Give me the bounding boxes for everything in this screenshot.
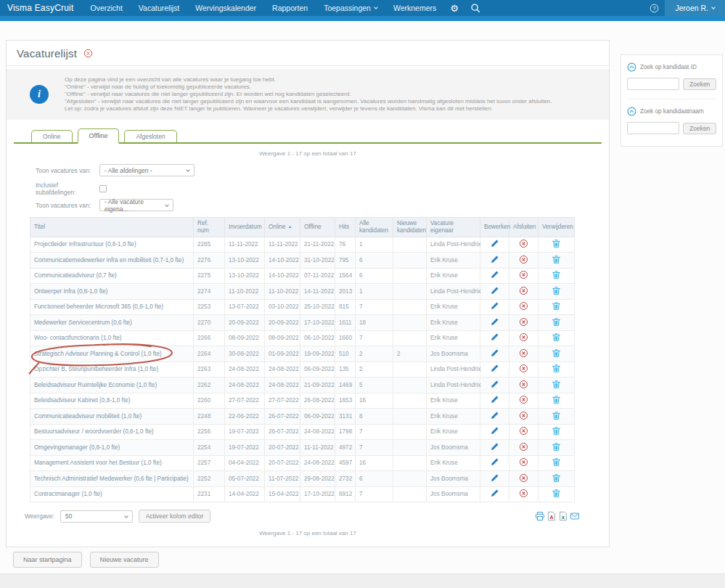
close-vacancy-icon[interactable] bbox=[519, 457, 528, 467]
vacancy-title-link[interactable]: Beleidsadviseur Kabinet (0,8-1,0 fte) bbox=[34, 397, 130, 404]
edit-pencil-icon[interactable] bbox=[490, 286, 499, 295]
vacancy-title-link[interactable]: Projectleider Infrastructuur (0,8-1,0 ft… bbox=[34, 241, 136, 248]
pdf-export-icon[interactable]: A bbox=[546, 511, 557, 521]
close-vacancy-icon[interactable] bbox=[519, 301, 528, 311]
edit-pencil-icon[interactable] bbox=[490, 380, 499, 389]
close-vacancy-icon[interactable] bbox=[519, 286, 528, 295]
vacancy-title-link[interactable]: Ontwerper Infra (0,8-1,0 fte) bbox=[34, 288, 107, 295]
tab-offline[interactable]: Offline bbox=[78, 128, 120, 144]
nav-item-overzicht[interactable]: Overzicht bbox=[82, 0, 130, 16]
brand-logo[interactable]: Visma EasyCruit bbox=[0, 0, 82, 16]
close-vacancy-icon[interactable] bbox=[519, 380, 528, 389]
delete-trash-icon[interactable] bbox=[552, 317, 561, 327]
close-page-icon[interactable] bbox=[83, 49, 93, 58]
col-header-hits[interactable]: Hits bbox=[335, 218, 356, 237]
delete-trash-icon[interactable] bbox=[552, 301, 561, 311]
close-vacancy-icon[interactable] bbox=[519, 332, 528, 342]
excel-export-icon[interactable]: x bbox=[558, 511, 568, 521]
edit-pencil-icon[interactable] bbox=[490, 426, 499, 436]
col-header-nieuwe-kandidaten[interactable]: Nieuwe kandidaten bbox=[393, 218, 427, 237]
settings-gear-icon[interactable]: ⚙ bbox=[444, 0, 464, 16]
vacancy-title-link[interactable]: Strategisch Adviseur Planning & Control … bbox=[34, 351, 162, 357]
col-header-alle-kandidaten[interactable]: Alle kandidaten bbox=[356, 218, 393, 237]
vacancy-title-link[interactable]: Communicatieadviseur mobiliteit (1,0 fte… bbox=[34, 413, 142, 420]
col-header-refnum[interactable]: Ref. num bbox=[194, 218, 225, 237]
close-vacancy-icon[interactable] bbox=[519, 442, 528, 452]
edit-pencil-icon[interactable] bbox=[490, 348, 499, 358]
edit-pencil-icon[interactable] bbox=[490, 442, 499, 452]
delete-trash-icon[interactable] bbox=[552, 270, 561, 279]
home-button[interactable]: Naar startpagina bbox=[13, 552, 82, 568]
vacancy-title-link[interactable]: Omgevingsmanager (0,8-1,0 fte) bbox=[34, 444, 120, 451]
col-header-vacature-eigenaar[interactable]: Vacature eigenaar bbox=[427, 218, 480, 237]
delete-trash-icon[interactable] bbox=[552, 286, 561, 295]
col-header-online[interactable]: Online▲ bbox=[265, 218, 300, 237]
print-icon[interactable] bbox=[535, 511, 545, 521]
tab-afgesloten[interactable]: Afgesloten bbox=[124, 130, 176, 142]
candidate-name-input[interactable] bbox=[627, 122, 679, 134]
include-subdepartments-checkbox[interactable] bbox=[99, 185, 107, 192]
delete-trash-icon[interactable] bbox=[552, 489, 561, 498]
close-vacancy-icon[interactable] bbox=[519, 411, 528, 420]
vacancy-title-link[interactable]: Beleidsadviseur Ruimtelijke Economie (1,… bbox=[34, 382, 157, 388]
collapse-toggle-icon[interactable] bbox=[627, 62, 636, 72]
col-header-offline[interactable]: Offline bbox=[300, 218, 335, 237]
collapse-toggle-icon[interactable] bbox=[627, 107, 636, 116]
vacancy-title-link[interactable]: Functioneel beheerder Microsoft 365 (0,8… bbox=[34, 303, 163, 310]
new-vacancy-button[interactable]: Nieuwe vacature bbox=[90, 552, 159, 568]
edit-pencil-icon[interactable] bbox=[490, 239, 499, 248]
col-header-titel[interactable]: Titel bbox=[30, 218, 194, 237]
delete-trash-icon[interactable] bbox=[552, 395, 561, 404]
delete-trash-icon[interactable] bbox=[552, 411, 561, 420]
close-vacancy-icon[interactable] bbox=[519, 364, 528, 373]
vacancy-title-link[interactable]: Woo- contactfunctionaris (1,0 fte) bbox=[34, 335, 121, 341]
delete-trash-icon[interactable] bbox=[552, 473, 561, 483]
candidate-id-search-button[interactable]: Zoeken bbox=[683, 78, 716, 90]
delete-trash-icon[interactable] bbox=[552, 332, 561, 342]
delete-trash-icon[interactable] bbox=[552, 380, 561, 389]
edit-pencil-icon[interactable] bbox=[490, 457, 499, 467]
vacancy-title-link[interactable]: Technisch Administratief Medewerker (0,6… bbox=[34, 475, 189, 482]
nav-item-toepassingen[interactable]: Toepassingen bbox=[316, 0, 385, 16]
user-menu[interactable]: Jeroen R. bbox=[665, 0, 725, 16]
candidate-name-search-button[interactable]: Zoeken bbox=[683, 123, 716, 134]
vacancy-title-link[interactable]: Bestuursadviseur / woordvoerder (0,6-1,0… bbox=[34, 428, 154, 435]
nav-item-rapporten[interactable]: Rapporten bbox=[264, 0, 316, 16]
edit-pencil-icon[interactable] bbox=[490, 364, 499, 373]
owner-select[interactable]: - Alle vacature eigena... bbox=[99, 199, 173, 211]
nav-item-vacaturelijst[interactable]: Vacaturelijst bbox=[131, 0, 187, 16]
nav-item-wervingskalender[interactable]: Wervingskalender bbox=[187, 0, 264, 16]
vacancy-title-link[interactable]: Medewerker Servicecentrum (0,6 fte) bbox=[34, 319, 132, 326]
edit-pencil-icon[interactable] bbox=[490, 255, 499, 264]
tab-online[interactable]: Online bbox=[31, 130, 73, 142]
edit-pencil-icon[interactable] bbox=[490, 489, 499, 498]
close-vacancy-icon[interactable] bbox=[519, 239, 528, 248]
help-icon[interactable]: ? bbox=[644, 0, 665, 16]
delete-trash-icon[interactable] bbox=[552, 364, 561, 373]
vacancy-title-link[interactable]: Communicatieadviseur (0,7 fte) bbox=[34, 272, 117, 279]
department-select[interactable]: - Alle afdelingen - bbox=[99, 164, 194, 176]
close-vacancy-icon[interactable] bbox=[519, 395, 528, 404]
edit-pencil-icon[interactable] bbox=[490, 270, 499, 279]
nav-item-werknemers[interactable]: Werknemers bbox=[385, 0, 444, 16]
delete-trash-icon[interactable] bbox=[552, 442, 561, 452]
search-icon[interactable] bbox=[464, 0, 486, 16]
edit-pencil-icon[interactable] bbox=[490, 473, 499, 483]
delete-trash-icon[interactable] bbox=[552, 239, 561, 248]
column-editor-button[interactable]: Activeer kolom editor bbox=[139, 510, 210, 523]
close-vacancy-icon[interactable] bbox=[519, 426, 528, 436]
delete-trash-icon[interactable] bbox=[552, 348, 561, 358]
edit-pencil-icon[interactable] bbox=[490, 332, 499, 342]
close-vacancy-icon[interactable] bbox=[519, 348, 528, 358]
delete-trash-icon[interactable] bbox=[552, 426, 561, 436]
edit-pencil-icon[interactable] bbox=[490, 317, 499, 327]
col-header-invoerdatum[interactable]: Invoerdatum bbox=[225, 218, 265, 237]
edit-pencil-icon[interactable] bbox=[490, 395, 499, 404]
vacancy-title-link[interactable]: Opzichter B, Steunpuntbeheerder Infra (1… bbox=[34, 366, 158, 372]
edit-pencil-icon[interactable] bbox=[490, 301, 499, 311]
delete-trash-icon[interactable] bbox=[552, 457, 561, 467]
candidate-id-input[interactable] bbox=[627, 78, 679, 90]
pagesize-select[interactable]: 50 bbox=[60, 510, 133, 523]
delete-trash-icon[interactable] bbox=[552, 255, 561, 264]
close-vacancy-icon[interactable] bbox=[519, 255, 528, 264]
